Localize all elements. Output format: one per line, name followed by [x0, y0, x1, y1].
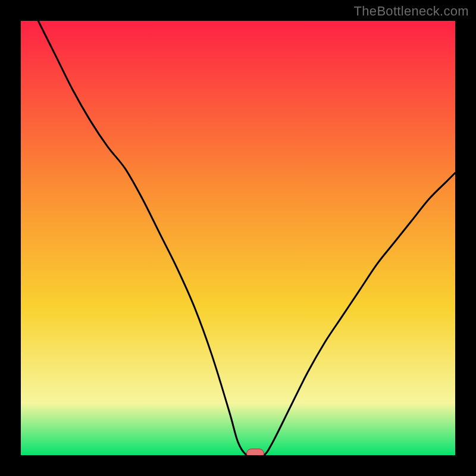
watermark-label: TheBottleneck.com — [354, 4, 469, 19]
gradient-background — [21, 21, 455, 455]
chart-frame: TheBottleneck.com — [0, 0, 476, 476]
optimal-marker — [246, 449, 264, 455]
plot-area — [21, 21, 455, 455]
bottleneck-chart-svg — [21, 21, 455, 455]
